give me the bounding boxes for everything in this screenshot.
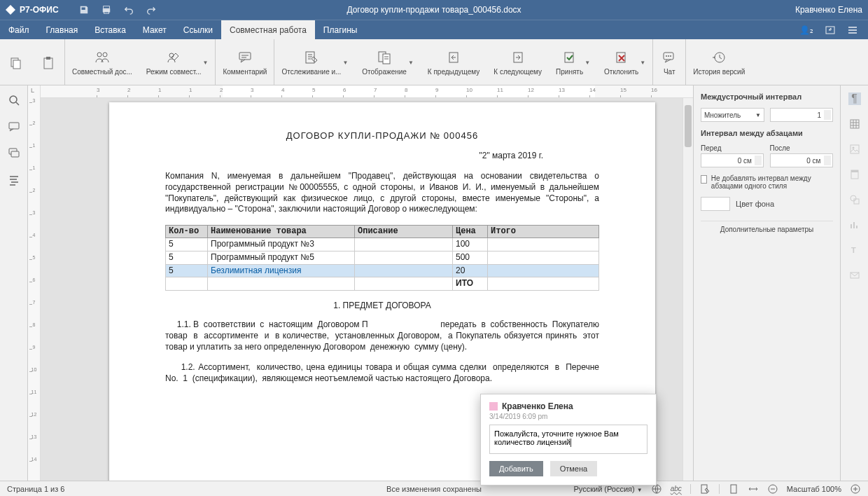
comment-timestamp: 3/14/2019 6:09 pm — [489, 413, 648, 420]
title-bar: Р7-ОФИС Договор купли-продажи товара_000… — [0, 0, 868, 20]
logo-icon — [6, 5, 15, 15]
svg-rect-6 — [44, 58, 52, 69]
menu-home[interactable]: Главная — [38, 20, 87, 39]
chevron-down-icon[interactable]: ▼ — [341, 60, 348, 66]
menu-insert[interactable]: Вставка — [86, 20, 134, 39]
line-spacing-value[interactable]: 1 — [770, 108, 833, 122]
accept-button[interactable]: Принять▼ — [549, 39, 597, 85]
sharing-button[interactable]: Совместный дос... — [65, 39, 139, 85]
svg-rect-5 — [13, 60, 20, 69]
paste-button[interactable] — [32, 39, 64, 85]
print-icon[interactable] — [101, 4, 112, 15]
chevron-down-icon[interactable]: ▼ — [202, 60, 209, 66]
right-toolbar: ¶ T — [840, 85, 868, 481]
svg-point-9 — [103, 53, 107, 57]
cancel-comment-button[interactable]: Отмена — [550, 461, 597, 476]
shape-settings-icon[interactable] — [848, 193, 861, 206]
track-changes-status-icon[interactable] — [699, 483, 710, 495]
user-color-swatch — [489, 402, 498, 411]
svg-point-30 — [852, 147, 854, 149]
undo-icon[interactable] — [123, 4, 134, 15]
chat-panel-icon[interactable] — [8, 147, 20, 160]
add-comment-button[interactable]: Комментарий — [216, 39, 274, 85]
textart-settings-icon[interactable]: T — [848, 244, 861, 256]
hamburger-icon[interactable] — [847, 25, 858, 36]
chevron-down-icon[interactable]: ▼ — [407, 60, 414, 66]
svg-point-8 — [97, 53, 102, 57]
track-changes-button[interactable]: Отслеживание и...▼ — [274, 39, 355, 85]
svg-rect-28 — [850, 120, 859, 128]
chat-button[interactable]: Чат — [653, 39, 685, 85]
spellcheck-toggle-icon[interactable]: abc — [671, 483, 682, 495]
horizontal-ruler: 32112345678910111213141516 — [41, 85, 693, 98]
svg-point-33 — [850, 195, 856, 201]
version-history-button[interactable]: История версий — [686, 39, 752, 85]
paragraph-spacing-label: Интервал между абзацами — [701, 129, 833, 137]
vertical-scrollbar[interactable] — [682, 98, 693, 481]
user-name[interactable]: Кравченко Елена — [795, 5, 862, 15]
advanced-settings-link[interactable]: Дополнительные параметры — [701, 221, 833, 233]
table-settings-icon[interactable] — [848, 118, 861, 130]
bg-color-swatch[interactable] — [701, 197, 730, 211]
spacing-after-input[interactable]: 0 см — [770, 153, 833, 167]
zoom-in-icon[interactable] — [850, 483, 861, 495]
zoom-level[interactable]: Масштаб 100% — [787, 485, 841, 493]
svg-rect-39 — [731, 485, 736, 493]
search-icon[interactable] — [8, 94, 20, 106]
menu-references[interactable]: Ссылки — [175, 20, 221, 39]
copy-button[interactable] — [0, 39, 32, 85]
clause-1-1: 1.1. В соответствии с настоящим Договоро… — [165, 319, 599, 352]
mailmerge-icon[interactable] — [848, 269, 861, 282]
zoom-out-icon[interactable] — [767, 483, 778, 495]
no-spacing-checkbox[interactable]: Не добавлять интервал между абзацами одн… — [701, 174, 833, 190]
display-mode-button[interactable]: Отображение▼ — [355, 39, 421, 85]
svg-rect-0 — [103, 6, 109, 9]
fit-page-icon[interactable] — [728, 483, 739, 495]
chevron-down-icon[interactable]: ▼ — [583, 60, 590, 66]
svg-point-10 — [169, 53, 174, 57]
open-location-icon[interactable] — [825, 25, 836, 36]
save-icon[interactable] — [78, 4, 90, 15]
intro-paragraph: Компания N, именуемая в дальнейшем "Прод… — [165, 171, 599, 214]
comment-textarea[interactable]: Пожалуйста, уточните нужное Вам количест… — [489, 425, 648, 454]
table-row: 5Безлимитная лицензия20 — [166, 264, 599, 277]
goods-table: Кол-во Наименование товара Описание Цена… — [165, 225, 599, 291]
reject-button[interactable]: Отклонить▼ — [597, 39, 652, 85]
document-title: Договор купли-продажи товара_000456.docx — [346, 5, 521, 15]
coediting-mode-button[interactable]: Режим совмест...▼ — [139, 39, 216, 85]
save-status: Все изменения сохранены — [386, 485, 482, 493]
collaboration-toolbar: Совместный дос... Режим совмест...▼ Комм… — [0, 39, 868, 85]
comments-icon[interactable] — [8, 120, 20, 133]
svg-rect-11 — [239, 53, 251, 60]
left-toolbar — [0, 85, 28, 481]
navigation-icon[interactable] — [8, 174, 20, 186]
add-comment-confirm-button[interactable]: Добавить — [489, 461, 543, 476]
chevron-down-icon[interactable]: ▼ — [638, 60, 645, 66]
spacing-before-input[interactable]: 0 см — [701, 153, 764, 167]
language-selector[interactable]: Русский (Россия) ▼ — [573, 485, 642, 493]
users-icon[interactable]: 👤₂ — [799, 25, 813, 35]
vertical-ruler: 3211234567891011121314 — [28, 85, 41, 481]
svg-rect-7 — [46, 57, 50, 60]
svg-rect-38 — [701, 485, 707, 493]
page-indicator[interactable]: Страница 1 из 6 — [7, 485, 64, 493]
svg-rect-32 — [851, 170, 858, 172]
chart-settings-icon[interactable] — [848, 219, 861, 231]
app-name: Р7-ОФИС — [20, 5, 59, 15]
paragraph-settings-icon[interactable]: ¶ — [848, 92, 861, 105]
menu-plugins[interactable]: Плагины — [315, 20, 366, 39]
redo-icon[interactable] — [146, 4, 157, 15]
svg-text:T: T — [851, 246, 856, 254]
image-settings-icon[interactable] — [848, 143, 861, 156]
fit-width-icon[interactable] — [748, 483, 759, 495]
menu-layout[interactable]: Макет — [134, 20, 175, 39]
line-spacing-select[interactable]: Множитель▼ — [701, 108, 764, 122]
clause-1-2: 1.2. Ассортимент, количество, цена едини… — [165, 362, 599, 384]
contract-title: ДОГОВОР КУПЛИ-ПРОДАЖИ № 000456 — [165, 130, 599, 142]
next-change-button[interactable]: К следующему — [486, 39, 549, 85]
svg-rect-29 — [850, 145, 859, 153]
menu-file[interactable]: Файл — [0, 20, 38, 39]
menu-collaboration[interactable]: Совместная работа — [221, 20, 315, 39]
header-footer-icon[interactable] — [848, 168, 861, 181]
previous-change-button[interactable]: К предыдущему — [421, 39, 486, 85]
